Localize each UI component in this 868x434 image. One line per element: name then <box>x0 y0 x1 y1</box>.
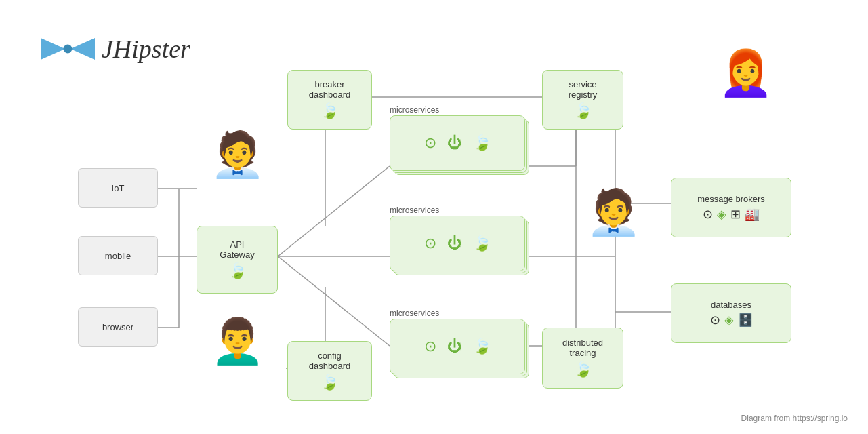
distributed-tracing-label: distributed tracing <box>562 338 603 358</box>
ms-label-top: microservices <box>390 105 439 115</box>
factory-icon: 🏭 <box>745 207 760 222</box>
spring-leaf-icon: 🍃 <box>228 262 247 280</box>
ms-power-icon-m1: ⏻ <box>447 235 462 252</box>
footer-text: Diagram from https://spring.io <box>741 414 848 423</box>
broker-icons: ⊙ ◈ ⊞ 🏭 <box>703 207 760 222</box>
ms-spring-icon-b1: ⊙ <box>424 338 436 355</box>
svg-line-7 <box>278 256 390 346</box>
service-registry-box: service registry 🍃 <box>542 70 623 130</box>
avatar-man-casual: 👨‍🦱 <box>210 319 257 387</box>
spring-leaf-5-icon: 🍃 <box>574 361 592 378</box>
nosql-icon: ◈ <box>724 313 734 328</box>
ms-spring-icon-m1: ⊙ <box>424 235 436 252</box>
ms-leaf-icon-b1: 🍃 <box>473 338 491 355</box>
db-icon: 🗄️ <box>738 313 753 328</box>
ms-leaf-icon-m1: 🍃 <box>473 235 491 252</box>
sql-icon: ⊙ <box>710 313 720 328</box>
ms-spring-icon-t1: ⊙ <box>424 134 436 152</box>
database-icons: ⊙ ◈ 🗄️ <box>710 313 753 328</box>
config-dashboard-label: config dashboard <box>309 351 350 371</box>
message-brokers-label: message brokers <box>697 194 765 204</box>
databases-box: databases ⊙ ◈ 🗄️ <box>671 283 791 343</box>
databases-label: databases <box>711 300 751 310</box>
svg-line-5 <box>278 166 390 256</box>
bowtie-icon <box>41 35 95 62</box>
app-title: JHipster <box>102 34 190 64</box>
spring-leaf-2-icon: 🍃 <box>321 102 339 120</box>
avatar-man-mic: 🧑‍💼 <box>586 190 637 264</box>
iot-box: IoT <box>78 168 158 208</box>
activemq-icon: ⊞ <box>730 207 741 222</box>
api-gateway-label: API Gateway <box>220 239 254 260</box>
spring-leaf-3-icon: 🍃 <box>574 102 592 120</box>
kafka-icon: ◈ <box>717 207 726 222</box>
rabbit-icon: ⊙ <box>703 207 713 222</box>
browser-box: browser <box>78 307 158 347</box>
logo-area: JHipster <box>41 34 190 64</box>
avatar-woman-right: 👩‍🦰 <box>718 51 769 125</box>
svg-point-24 <box>64 45 73 54</box>
ms-label-bottom: microservices <box>390 309 439 318</box>
ms-label-middle: microservices <box>390 205 439 215</box>
avatar-woman-tablet: 🧑‍💼 <box>210 132 257 200</box>
svg-marker-23 <box>70 38 95 60</box>
breaker-dashboard-label: breaker dashboard <box>309 79 350 100</box>
ms-power-icon-t1: ⏻ <box>447 134 462 152</box>
message-brokers-box: message brokers ⊙ ◈ ⊞ 🏭 <box>671 178 791 237</box>
config-dashboard-box: config dashboard 🍃 <box>287 341 372 401</box>
svg-marker-22 <box>41 38 65 60</box>
mobile-box: mobile <box>78 236 158 275</box>
api-gateway-box: API Gateway 🍃 <box>197 226 278 294</box>
diagram-container: JHipster IoT mobile browser API Gateway … <box>0 0 868 434</box>
service-registry-label: service registry <box>569 79 598 100</box>
ms-leaf-icon-t1: 🍃 <box>473 134 491 152</box>
spring-leaf-4-icon: 🍃 <box>321 374 339 391</box>
breaker-dashboard-box: breaker dashboard 🍃 <box>287 70 372 130</box>
ms-power-icon-b1: ⏻ <box>447 338 462 355</box>
distributed-tracing-box: distributed tracing 🍃 <box>542 328 623 389</box>
